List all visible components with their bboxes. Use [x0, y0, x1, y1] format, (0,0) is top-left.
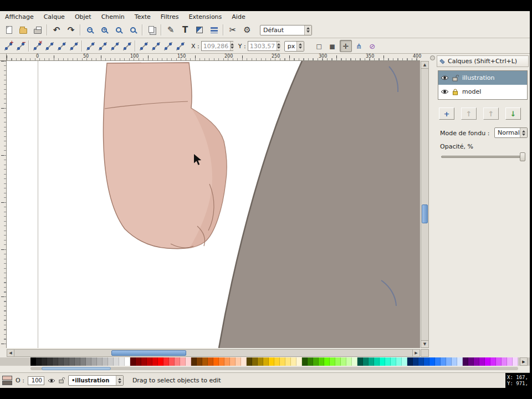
palette-swatch[interactable] — [230, 357, 236, 366]
palette-swatch[interactable] — [136, 357, 141, 366]
palette-swatch[interactable] — [175, 357, 180, 366]
palette-swatch[interactable] — [236, 357, 241, 366]
horizontal-scrollbar[interactable]: ◀ ▶ — [7, 349, 420, 357]
palette-swatch[interactable] — [446, 357, 452, 366]
vertical-scroll-thumb[interactable] — [422, 204, 428, 223]
scroll-left-icon[interactable]: ◀ — [7, 350, 14, 356]
statusbar-opacity-input[interactable]: 100 — [28, 376, 44, 385]
palette-swatch[interactable] — [114, 357, 119, 366]
y-stepper-icon[interactable] — [277, 42, 280, 50]
palette-swatch[interactable] — [485, 357, 490, 366]
palette-swatch[interactable] — [418, 357, 424, 366]
palette-swatch[interactable] — [64, 357, 69, 366]
palette-swatch[interactable] — [252, 357, 258, 366]
node-symmetric-button[interactable] — [109, 40, 121, 52]
palette-swatch[interactable] — [291, 357, 296, 366]
palette-swatch[interactable] — [507, 357, 513, 366]
y-coordinate-input[interactable]: 1303,57 — [248, 41, 280, 51]
layer-visibility-icon[interactable] — [48, 378, 55, 383]
palette-swatch[interactable] — [180, 357, 186, 366]
palette-swatch[interactable] — [108, 357, 114, 366]
x-coordinate-input[interactable]: 109,286 — [201, 41, 233, 51]
palette-swatch[interactable] — [363, 357, 369, 366]
zoom-page-button[interactable] — [126, 23, 140, 37]
palette-swatch[interactable] — [474, 357, 479, 366]
palette-swatch[interactable] — [496, 357, 502, 366]
vertical-scrollbar[interactable]: ▲ ▼ — [421, 61, 429, 348]
palette-swatch[interactable] — [86, 357, 91, 366]
palette-swatch[interactable] — [125, 357, 130, 366]
palette-swatch[interactable] — [186, 357, 191, 366]
preferences-button[interactable]: ⚙ — [240, 23, 254, 37]
menu-item-chemin[interactable]: Chemin — [96, 12, 130, 22]
palette-swatch[interactable] — [263, 357, 269, 366]
palette-swatch[interactable] — [396, 357, 402, 366]
palette-swatch[interactable] — [457, 357, 463, 366]
zoom-drawing-button[interactable] — [111, 23, 126, 37]
palette-swatch[interactable] — [191, 357, 197, 366]
palette-swatch[interactable] — [341, 357, 346, 366]
vertical-ruler[interactable] — [0, 61, 7, 348]
palette-swatch[interactable] — [224, 357, 230, 366]
palette-swatch[interactable] — [296, 357, 302, 366]
raise-to-top-layer-button[interactable]: ↑ — [483, 108, 499, 120]
palette-swatch[interactable] — [490, 357, 496, 366]
palette-swatch[interactable] — [302, 357, 308, 366]
show-path-outline-toggle[interactable]: ⊘ — [366, 40, 378, 52]
stroke-to-path-button[interactable] — [174, 40, 186, 52]
node-cusp-button[interactable] — [84, 40, 96, 52]
blend-mode-combo[interactable]: Normal — [494, 127, 528, 138]
eye-icon[interactable] — [441, 75, 449, 81]
palette-swatch[interactable] — [374, 357, 380, 366]
show-transform-handles-toggle[interactable]: ✛ — [340, 40, 352, 52]
menu-item-texte[interactable]: Texte — [130, 12, 156, 22]
zoom-out-button[interactable]: − — [83, 23, 97, 37]
palette-swatch[interactable] — [335, 357, 341, 366]
palette-scroll-icon[interactable]: ▶ — [520, 357, 528, 366]
edit-xml-button[interactable]: ✎ — [163, 23, 178, 37]
palette-swatch[interactable] — [463, 357, 468, 366]
palette-swatch[interactable] — [219, 357, 224, 366]
palette-swatch[interactable] — [452, 357, 457, 366]
opacity-slider-track[interactable] — [441, 156, 523, 158]
palette-swatch[interactable] — [308, 357, 313, 366]
palette-swatch[interactable] — [97, 357, 103, 366]
horizontal-scroll-thumb[interactable] — [111, 350, 186, 356]
unit-stepper-icon[interactable] — [296, 42, 304, 51]
palette-swatch[interactable] — [258, 357, 263, 366]
eye-icon[interactable] — [441, 89, 449, 95]
curve-to-line-button[interactable] — [150, 40, 162, 52]
palette-swatch[interactable] — [119, 357, 125, 366]
object-to-path-button[interactable] — [162, 40, 174, 52]
menu-item-filtres[interactable]: Filtres — [156, 12, 184, 22]
palette-swatch[interactable] — [346, 357, 352, 366]
horizontal-ruler[interactable]: 050100150200250300350400 — [7, 54, 420, 61]
join-node-button[interactable] — [43, 40, 55, 52]
delete-segment-button[interactable] — [68, 40, 80, 52]
palette-swatch[interactable] — [502, 357, 507, 366]
unit-combo[interactable]: px — [284, 41, 304, 52]
x-stepper-icon[interactable] — [230, 42, 234, 50]
node-smooth-button[interactable] — [96, 40, 109, 52]
palette-swatch[interactable] — [424, 357, 429, 366]
palette-swatch[interactable] — [402, 357, 407, 366]
style-preset-combo[interactable]: Défaut — [260, 25, 312, 35]
palette-swatch[interactable] — [479, 357, 485, 366]
delete-node-button[interactable]: − — [14, 40, 27, 52]
palette-swatch[interactable] — [435, 357, 441, 366]
palette-swatch[interactable] — [53, 357, 58, 366]
palette-swatch[interactable] — [330, 357, 335, 366]
node-auto-button[interactable] — [121, 40, 133, 52]
cut-button[interactable]: ✂ — [226, 23, 240, 37]
palette-swatch[interactable] — [208, 357, 213, 366]
fill-stroke-indicator[interactable] — [2, 376, 12, 385]
palette-swatch[interactable] — [429, 357, 435, 366]
fill-swatch[interactable] — [2, 376, 12, 380]
palette-swatch[interactable] — [202, 357, 208, 366]
palette-scroll-thumb[interactable] — [42, 367, 111, 370]
palette-swatch[interactable] — [30, 357, 36, 366]
menu-item-extensions[interactable]: Extensions — [184, 12, 227, 22]
palette-swatch[interactable] — [269, 357, 274, 366]
align-dialog-button[interactable] — [207, 23, 221, 37]
redo-button[interactable]: ↷ — [64, 23, 78, 37]
